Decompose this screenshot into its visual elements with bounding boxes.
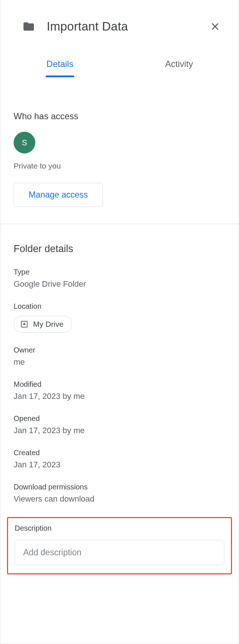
field-opened: Opened Jan 17, 2023 by me xyxy=(14,414,225,435)
created-value: Jan 17, 2023 xyxy=(14,460,225,470)
panel-title: Important Data xyxy=(47,20,206,33)
field-modified: Modified Jan 17, 2023 by me xyxy=(14,380,225,401)
folder-icon xyxy=(21,20,36,33)
opened-label: Opened xyxy=(14,414,225,423)
type-label: Type xyxy=(14,268,225,276)
location-label: Location xyxy=(14,302,225,311)
access-section: Who has access S Private to you Manage a… xyxy=(0,77,239,224)
description-highlight-box: Description xyxy=(7,517,232,574)
close-button[interactable] xyxy=(206,18,224,35)
modified-value: Jan 17, 2023 by me xyxy=(14,392,225,401)
type-value: Google Drive Folder xyxy=(14,279,225,289)
download-permissions-label: Download permissions xyxy=(14,483,225,491)
description-label: Description xyxy=(15,524,224,532)
access-heading: Who has access xyxy=(14,111,225,121)
field-created: Created Jan 17, 2023 xyxy=(14,449,225,470)
avatar[interactable]: S xyxy=(14,132,35,153)
tab-details[interactable]: Details xyxy=(0,59,120,77)
my-drive-icon xyxy=(20,320,29,329)
panel-header: Important Data xyxy=(0,0,239,35)
location-chip[interactable]: My Drive xyxy=(14,316,72,333)
field-location: Location My Drive xyxy=(14,302,225,333)
close-icon xyxy=(210,21,220,32)
tabs: Details Activity xyxy=(0,59,239,77)
description-input[interactable] xyxy=(15,540,224,565)
access-privacy-text: Private to you xyxy=(14,162,225,170)
field-owner: Owner me xyxy=(14,346,225,367)
folder-details-section: Folder details Type Google Drive Folder … xyxy=(0,224,239,504)
tab-activity[interactable]: Activity xyxy=(120,59,239,77)
created-label: Created xyxy=(14,449,225,457)
manage-access-button[interactable]: Manage access xyxy=(14,183,103,207)
owner-value: me xyxy=(14,357,225,367)
details-panel: Important Data Details Activity Who has … xyxy=(0,0,239,644)
owner-label: Owner xyxy=(14,346,225,354)
folder-details-heading: Folder details xyxy=(14,243,225,255)
opened-value: Jan 17, 2023 by me xyxy=(14,426,225,435)
field-download-permissions: Download permissions Viewers can downloa… xyxy=(14,483,225,504)
modified-label: Modified xyxy=(14,380,225,389)
download-permissions-value: Viewers can download xyxy=(14,494,225,504)
field-type: Type Google Drive Folder xyxy=(14,268,225,289)
location-value: My Drive xyxy=(33,320,64,329)
